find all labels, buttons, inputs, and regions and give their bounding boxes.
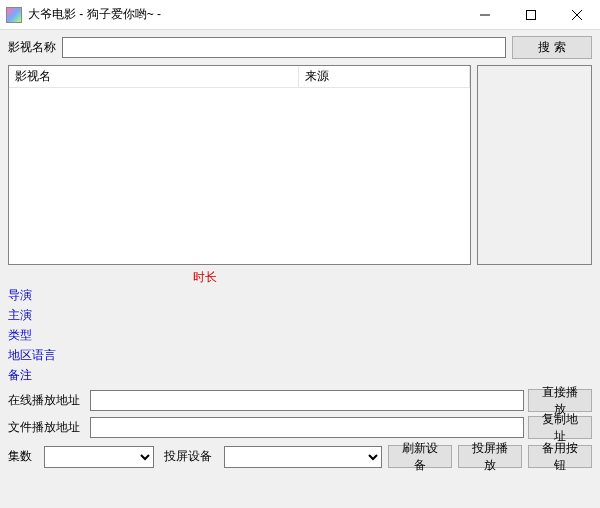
meta-director: 导演 xyxy=(8,285,592,305)
column-source[interactable]: 来源 xyxy=(299,66,470,87)
online-url-row: 在线播放地址 直接播放 xyxy=(8,389,592,412)
app-icon xyxy=(6,7,22,23)
results-listview[interactable]: 影视名 来源 xyxy=(8,65,471,265)
spare-button[interactable]: 备用按钮 xyxy=(528,445,592,468)
search-label: 影视名称 xyxy=(8,39,56,56)
file-url-label: 文件播放地址 xyxy=(8,419,80,436)
cast-play-button[interactable]: 投屏播放 xyxy=(458,445,522,468)
minimize-button[interactable] xyxy=(462,0,508,29)
cast-device-select[interactable] xyxy=(224,446,382,468)
column-name[interactable]: 影视名 xyxy=(9,66,299,87)
close-icon xyxy=(572,10,582,20)
episodes-label: 集数 xyxy=(8,448,32,465)
online-url-label: 在线播放地址 xyxy=(8,392,80,409)
search-button[interactable]: 搜 索 xyxy=(512,36,592,59)
meta-genre: 类型 xyxy=(8,325,592,345)
bottom-row: 集数 投屏设备 刷新设备 投屏播放 备用按钮 xyxy=(8,445,592,468)
meta-remark: 备注 xyxy=(8,365,592,385)
poster-panel xyxy=(477,65,592,265)
titlebar: 大爷电影 - 狗子爱你哟~ - xyxy=(0,0,600,30)
maximize-icon xyxy=(526,10,536,20)
file-url-row: 文件播放地址 复制地址 xyxy=(8,416,592,439)
refresh-devices-button[interactable]: 刷新设备 xyxy=(388,445,452,468)
listview-body[interactable] xyxy=(9,88,470,264)
meta-region-lang: 地区语言 xyxy=(8,345,592,365)
meta-area: 时长 导演 主演 类型 地区语言 备注 xyxy=(8,269,592,385)
cast-device-label: 投屏设备 xyxy=(164,448,212,465)
maximize-button[interactable] xyxy=(508,0,554,29)
search-input[interactable] xyxy=(62,37,506,58)
meta-actors: 主演 xyxy=(8,305,592,325)
svg-rect-1 xyxy=(527,10,536,19)
results-row: 影视名 来源 xyxy=(8,65,592,265)
copy-url-button[interactable]: 复制地址 xyxy=(528,416,592,439)
duration-label: 时长 xyxy=(8,269,592,285)
direct-play-button[interactable]: 直接播放 xyxy=(528,389,592,412)
episodes-select[interactable] xyxy=(44,446,154,468)
search-row: 影视名称 搜 索 xyxy=(8,36,592,59)
minimize-icon xyxy=(480,10,490,20)
content-area: 影视名称 搜 索 影视名 来源 时长 导演 主演 类型 地区语言 备注 在线播放… xyxy=(0,30,600,476)
listview-header: 影视名 来源 xyxy=(9,66,470,88)
online-url-input[interactable] xyxy=(90,390,524,411)
window-title: 大爷电影 - 狗子爱你哟~ - xyxy=(28,6,462,23)
close-button[interactable] xyxy=(554,0,600,29)
file-url-input[interactable] xyxy=(90,417,524,438)
